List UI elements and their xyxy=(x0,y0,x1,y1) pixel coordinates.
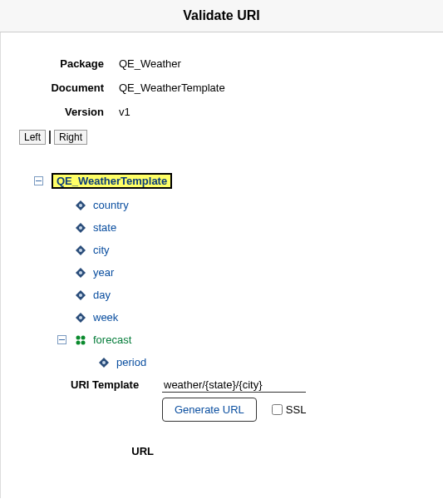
tree-node-label[interactable]: city xyxy=(93,244,110,256)
svg-point-10 xyxy=(79,294,82,297)
meta-version-row: Version v1 xyxy=(19,106,425,118)
tab-separator xyxy=(49,131,51,144)
tree-node-label[interactable]: state xyxy=(93,221,116,234)
content-area: Package QE_Weather Document QE_WeatherTe… xyxy=(1,32,443,466)
uri-template-value[interactable]: weather/{state}/{city} xyxy=(162,378,306,393)
tree-root-label[interactable]: QE_WeatherTemplate xyxy=(52,173,172,189)
tree-node-forecast: forecast xyxy=(57,334,425,346)
url-row: URL xyxy=(71,445,425,457)
tree-root-row: QE_WeatherTemplate xyxy=(34,173,425,189)
svg-point-19 xyxy=(102,361,106,364)
version-value: v1 xyxy=(119,106,425,118)
tree-node-day: day xyxy=(57,289,425,301)
ssl-checkbox[interactable] xyxy=(272,404,283,415)
document-label: Document xyxy=(19,82,119,94)
field-icon xyxy=(98,357,110,368)
tree-node-label[interactable]: period xyxy=(116,356,146,368)
tree-node-label[interactable]: week xyxy=(93,311,118,324)
svg-point-14 xyxy=(76,335,81,339)
collapse-icon[interactable] xyxy=(34,176,43,185)
svg-point-17 xyxy=(81,340,86,344)
ssl-label: SSL xyxy=(286,403,307,416)
tree-node-week: week xyxy=(57,311,425,324)
group-icon xyxy=(75,334,86,346)
tree-node-label[interactable]: forecast xyxy=(93,334,131,346)
collapse-icon[interactable] xyxy=(57,335,66,344)
tree-node-period: period xyxy=(81,356,425,368)
tree-node-year: year xyxy=(57,266,425,279)
meta-document-row: Document QE_WeatherTemplate xyxy=(19,82,425,94)
svg-point-2 xyxy=(79,204,82,207)
svg-rect-13 xyxy=(59,339,65,340)
meta-package-row: Package QE_Weather xyxy=(19,57,425,70)
field-icon xyxy=(75,289,86,301)
ssl-checkbox-wrap[interactable]: SSL xyxy=(272,403,307,416)
version-label: Version xyxy=(19,106,119,118)
svg-point-12 xyxy=(79,316,82,319)
package-value: QE_Weather xyxy=(119,57,425,70)
tree-node-label[interactable]: country xyxy=(93,199,129,211)
tabs: Left Right xyxy=(19,130,425,145)
tree-node-label[interactable]: day xyxy=(93,289,111,301)
field-icon xyxy=(75,222,86,234)
tree-node-country: country xyxy=(57,199,425,211)
field-icon xyxy=(75,245,86,256)
uri-template-row: URI Template weather/{state}/{city} Gene… xyxy=(71,378,425,422)
tree-node-state: state xyxy=(57,221,425,234)
tab-right[interactable]: Right xyxy=(54,130,87,145)
svg-point-6 xyxy=(79,249,82,252)
uri-template-label: URI Template xyxy=(71,378,162,391)
field-icon xyxy=(75,312,86,324)
document-value: QE_WeatherTemplate xyxy=(119,82,425,94)
tab-left[interactable]: Left xyxy=(19,130,46,145)
svg-rect-0 xyxy=(36,180,42,181)
svg-point-4 xyxy=(79,226,82,230)
svg-point-16 xyxy=(76,340,81,344)
package-label: Package xyxy=(19,57,119,70)
field-icon xyxy=(75,200,86,211)
url-label: URL xyxy=(71,445,162,457)
generate-url-button[interactable]: Generate URL xyxy=(162,398,257,422)
tree-node-city: city xyxy=(57,244,425,256)
title-bar: Validate URI xyxy=(0,0,443,32)
field-icon xyxy=(75,267,86,279)
tree-node-label[interactable]: year xyxy=(93,266,114,279)
page-title: Validate URI xyxy=(0,8,443,23)
svg-point-15 xyxy=(81,335,86,339)
svg-point-8 xyxy=(79,271,82,274)
tree: QE_WeatherTemplate country state city xyxy=(34,173,425,368)
